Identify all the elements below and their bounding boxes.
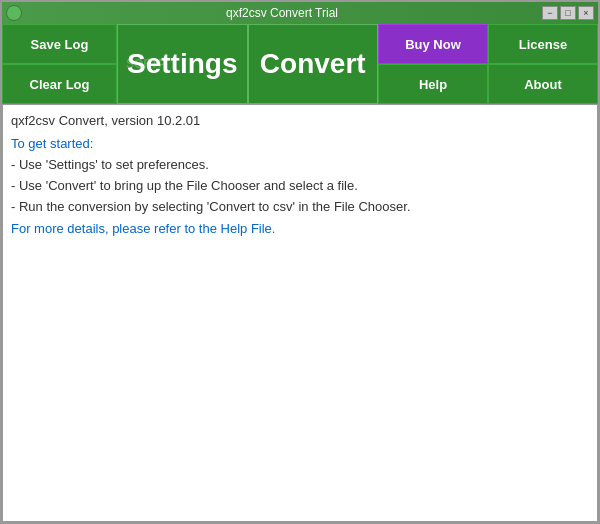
help-button[interactable]: Help — [378, 64, 488, 104]
version-text: qxf2csv Convert, version 10.2.01 — [11, 113, 589, 128]
toolbar-center: SOFTPSettingsConvert — [117, 24, 378, 104]
settings-button[interactable]: SOFTPSettings — [117, 24, 248, 104]
buy-now-button[interactable]: Buy Now — [378, 24, 488, 64]
window-title: qxf2csv Convert Trial — [22, 6, 542, 20]
toolbar-right: Buy NowHelp — [378, 24, 488, 104]
instruction-2: - Use 'Convert' to bring up the File Cho… — [11, 176, 589, 197]
settings-label: Settings — [127, 48, 237, 79]
license-button[interactable]: License — [488, 24, 598, 64]
toolbar-left: Save LogClear Log — [2, 24, 117, 104]
close-button[interactable]: × — [578, 6, 594, 20]
window-controls: − □ × — [542, 6, 594, 20]
about-button[interactable]: About — [488, 64, 598, 104]
title-bar: qxf2csv Convert Trial − □ × — [2, 2, 598, 24]
minimize-button[interactable]: − — [542, 6, 558, 20]
help-file-link[interactable]: For more details, please refer to the He… — [11, 221, 589, 236]
save-log-button[interactable]: Save Log — [2, 24, 117, 64]
convert-button[interactable]: Convert — [248, 24, 379, 104]
main-window: qxf2csv Convert Trial − □ × Save LogClea… — [0, 0, 600, 524]
toolbar-right-2: LicenseAbout — [488, 24, 598, 104]
instruction-3: - Run the conversion by selecting 'Conve… — [11, 197, 589, 218]
getting-started-heading: To get started: — [11, 136, 589, 151]
instruction-1: - Use 'Settings' to set preferences. — [11, 155, 589, 176]
app-icon — [6, 5, 22, 21]
content-area: qxf2csv Convert, version 10.2.01 To get … — [2, 104, 598, 522]
maximize-button[interactable]: □ — [560, 6, 576, 20]
toolbar: Save LogClear LogSOFTPSettingsConvertBuy… — [2, 24, 598, 104]
clear-log-button[interactable]: Clear Log — [2, 64, 117, 104]
